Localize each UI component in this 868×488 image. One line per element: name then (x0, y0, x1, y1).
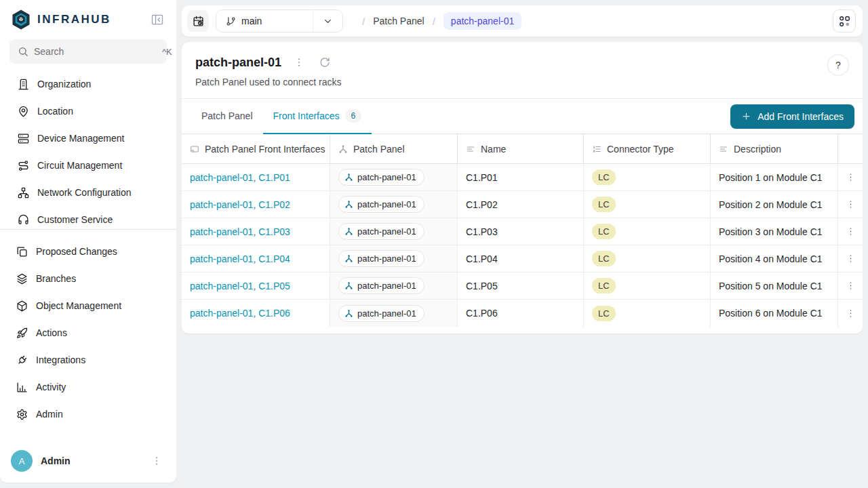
row-menu-button[interactable] (842, 169, 859, 186)
building-icon (18, 79, 29, 90)
gear-icon (16, 409, 28, 420)
object-menu-button[interactable] (291, 54, 307, 70)
patch-panel-chip[interactable]: patch-panel-01 (338, 196, 425, 213)
sidebar-item-organization[interactable]: Organization (0, 70, 176, 98)
kebab-icon (151, 455, 162, 466)
chevron-down-icon (323, 16, 333, 26)
sidebar-item-admin[interactable]: Admin (0, 401, 176, 428)
hierarchy-icon (344, 173, 353, 182)
table-row: patch-panel-01, C1.P06 patch-panel-01 C1… (182, 300, 863, 327)
apps-menu-button[interactable] (833, 9, 856, 33)
user-menu-button[interactable] (148, 452, 165, 470)
table-header-row: Patch Panel Front Interfaces Patch Panel… (182, 134, 863, 164)
interface-link[interactable]: patch-panel-01, C1.P02 (190, 199, 290, 210)
patch-panel-chip[interactable]: patch-panel-01 (338, 277, 425, 294)
refresh-button[interactable] (317, 54, 333, 70)
git-branch-icon (226, 16, 236, 26)
plus-icon (741, 111, 751, 121)
connector-type-badge: LC (592, 224, 616, 239)
sidebar-item-actions[interactable]: Actions (0, 319, 176, 346)
cube-icon (16, 300, 28, 312)
sidebar-item-integrations[interactable]: Integrations (0, 346, 176, 373)
hierarchy-icon (344, 309, 353, 318)
row-menu-button[interactable] (842, 277, 859, 295)
sidebar-divider (0, 229, 176, 230)
breadcrumb-item-patch-panel[interactable]: Patch Panel (373, 16, 425, 26)
connector-type-badge: LC (592, 306, 616, 321)
add-front-interfaces-button[interactable]: Add Front Interfaces (730, 104, 854, 129)
infrahub-logo-icon (11, 9, 31, 30)
sidebar-item-proposed-changes[interactable]: Proposed Changes (0, 238, 176, 265)
sidebar-item-activity[interactable]: Activity (0, 373, 176, 401)
sidebar-item-customer-service[interactable]: Customer Service (0, 206, 176, 229)
hierarchy-icon (344, 227, 353, 236)
time-travel-button[interactable] (187, 10, 209, 32)
table-row: patch-panel-01, C1.P04 patch-panel-01 C1… (182, 245, 863, 272)
description-cell: Position 6 on Module C1 (711, 300, 838, 327)
search-input[interactable] (34, 46, 157, 57)
row-menu-button[interactable] (842, 196, 859, 214)
kebab-icon (846, 172, 856, 182)
description-cell: Position 4 on Module C1 (711, 245, 838, 272)
sidebar-item-circuit-management[interactable]: Circuit Management (0, 152, 176, 179)
sidebar-item-location[interactable]: Location (0, 98, 176, 125)
row-menu-button[interactable] (842, 223, 859, 241)
breadcrumb-item-current[interactable]: patch-panel-01 (443, 12, 521, 30)
tab-count-badge: 6 (345, 109, 362, 123)
kebab-icon (294, 57, 304, 68)
map-pin-icon (18, 106, 29, 117)
name-cell: C1.P05 (458, 272, 584, 299)
interface-link[interactable]: patch-panel-01, C1.P05 (190, 281, 290, 291)
patch-panel-chip[interactable]: patch-panel-01 (338, 223, 425, 240)
sidebar-item-object-management[interactable]: Object Management (0, 292, 176, 319)
sidebar-nav-primary: Organization Location Device Management … (0, 70, 176, 229)
page-title: patch-panel-01 (195, 56, 281, 70)
table-row: patch-panel-01, C1.P02 patch-panel-01 C1… (182, 191, 863, 218)
tab-patch-panel[interactable]: Patch Panel (191, 99, 263, 134)
sidebar-nav-secondary: Proposed Changes Branches Object Managem… (0, 238, 176, 428)
row-menu-button[interactable] (842, 250, 859, 268)
sidebar-header: INFRAHUB (0, 0, 176, 37)
interface-link[interactable]: patch-panel-01, C1.P06 (190, 308, 290, 319)
calendar-clock-icon (193, 16, 204, 27)
help-button[interactable]: ? (827, 54, 849, 76)
user-footer: A Admin (0, 442, 176, 483)
interface-link[interactable]: patch-panel-01, C1.P04 (190, 253, 290, 264)
collapse-sidebar-button[interactable] (148, 10, 167, 29)
plug-icon (16, 354, 28, 366)
sidebar: INFRAHUB ^K Organization Location Device… (0, 0, 176, 483)
sidebar-item-branches[interactable]: Branches (0, 265, 176, 292)
infrahub-logo[interactable]: INFRAHUB (11, 9, 141, 30)
object-header: patch-panel-01 Patch Panel used to conne… (182, 42, 863, 99)
name-cell: C1.P04 (458, 245, 584, 272)
hierarchy-icon (344, 254, 353, 263)
tab-front-interfaces[interactable]: Front Interfaces 6 (263, 99, 372, 134)
column-header-name: Name (458, 134, 584, 163)
connector-type-badge: LC (592, 169, 616, 185)
patch-panel-chip[interactable]: patch-panel-01 (338, 305, 425, 322)
patch-panel-chip[interactable]: patch-panel-01 (338, 169, 425, 186)
bar-chart-icon (16, 382, 28, 393)
hierarchy-icon (344, 200, 353, 209)
sidebar-item-network-configuration[interactable]: Network Configuration (0, 179, 176, 206)
user-name: Admin (41, 455, 140, 466)
object-card: patch-panel-01 Patch Panel used to conne… (182, 42, 863, 333)
main-area: main / Patch Panel / patch-panel-01 patc… (176, 0, 868, 488)
align-left-icon (466, 144, 475, 154)
branch-selector[interactable]: main (216, 9, 343, 33)
column-header-actions (838, 134, 863, 163)
name-cell: C1.P06 (458, 300, 584, 327)
column-header-patch-panel: Patch Panel (330, 134, 458, 163)
interface-link[interactable]: patch-panel-01, C1.P01 (190, 172, 290, 183)
branch-dropdown-toggle[interactable] (313, 10, 342, 32)
server-icon (18, 133, 29, 144)
network-icon (18, 187, 29, 199)
row-menu-button[interactable] (842, 304, 859, 322)
kebab-icon (846, 281, 856, 291)
interface-link[interactable]: patch-panel-01, C1.P03 (190, 226, 290, 237)
table-row: patch-panel-01, C1.P01 patch-panel-01 C1… (182, 164, 863, 191)
sidebar-item-device-management[interactable]: Device Management (0, 125, 176, 152)
patch-panel-chip[interactable]: patch-panel-01 (338, 250, 425, 267)
refresh-icon (319, 57, 330, 68)
description-cell: Position 3 on Module C1 (711, 218, 838, 245)
